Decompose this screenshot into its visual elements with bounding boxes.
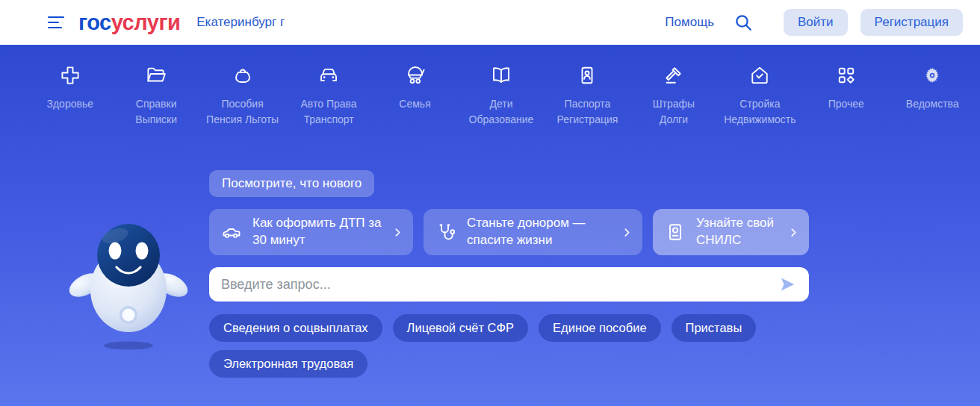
stroller-icon [404, 64, 427, 87]
gavel-icon [663, 64, 685, 87]
nav-item-label: Пособия Пенсия Льготы [206, 96, 279, 128]
nav-item[interactable]: Ведомства [890, 64, 976, 128]
hero-section: Здоровье Справки Выписки Пособия Пенсия … [0, 45, 980, 406]
hamburger-icon [48, 27, 62, 29]
nav-item[interactable]: Паспорта Регистрация [545, 64, 630, 128]
nav-item[interactable]: Дети Образование [458, 64, 544, 128]
robot-mascot[interactable] [67, 206, 190, 352]
quick-links: Сведения о соцвыплатах Лицевой счёт СФР … [209, 314, 809, 378]
nav-item[interactable]: Пособия Пенсия Льготы [199, 64, 285, 128]
health-cross-icon [59, 64, 81, 87]
chevron-right-icon [392, 227, 403, 238]
house-check-icon [748, 64, 771, 87]
category-nav: Здоровье Справки Выписки Пособия Пенсия … [0, 45, 980, 128]
folder-icon [145, 64, 167, 87]
search-input[interactable] [221, 277, 778, 293]
send-arrow-icon [778, 275, 797, 294]
hamburger-icon [48, 16, 64, 19]
hero-content: Посмотрите, что нового Как оформить ДТП … [209, 170, 809, 378]
snils-card-icon [664, 221, 686, 243]
quick-link-chip[interactable]: Электронная трудовая [209, 350, 368, 378]
nav-item-label: Дети Образование [469, 96, 534, 128]
gosuslugi-home-page: госуслуги Екатеринбург г Помощь Войти Ре… [0, 0, 980, 406]
location-selector[interactable]: Екатеринбург г [196, 15, 285, 30]
hamburger-icon [48, 22, 59, 24]
promo-card[interactable]: Станьте донором — спасите жизни [424, 209, 642, 255]
quick-link-chip[interactable]: Приставы [672, 314, 757, 342]
nav-item[interactable]: Семья [372, 64, 458, 128]
nav-item-label: Паспорта Регистрация [557, 96, 618, 128]
register-button[interactable]: Регистрация [860, 9, 963, 36]
promo-cards: Как оформить ДТП за 30 минут Станьте дон… [209, 209, 809, 255]
nav-item[interactable]: Здоровье [27, 64, 113, 128]
quick-link-chip[interactable]: Единое пособие [539, 314, 660, 342]
nav-item-label: Штрафы Долги [653, 96, 695, 128]
query-search [209, 267, 809, 302]
quick-link-chip[interactable]: Лицевой счёт СФР [393, 314, 529, 342]
nav-item-label: Авто Права Транспорт [301, 96, 357, 128]
nav-item[interactable]: Штрафы Долги [630, 64, 716, 128]
promo-card[interactable]: Как оформить ДТП за 30 минут [209, 209, 413, 255]
chevron-right-icon [788, 227, 799, 238]
promo-card-label: Как оформить ДТП за 30 минут [252, 215, 382, 249]
car-side-icon [220, 221, 243, 243]
nav-item[interactable]: Прочее [803, 64, 889, 128]
nav-item-label: Семья [399, 96, 430, 112]
eagle-icon [921, 64, 943, 87]
logo[interactable]: госуслуги [78, 10, 180, 35]
whats-new-badge: Посмотрите, что нового [209, 170, 374, 197]
passport-icon [576, 64, 598, 87]
promo-card[interactable]: Узнайте свой СНИЛС [653, 209, 809, 255]
logo-text-red: услуги [111, 10, 181, 34]
nav-item[interactable]: Авто Права Транспорт [285, 64, 371, 128]
header-actions: Помощь Войти Регистрация [665, 9, 963, 36]
nav-item-label: Справки Выписки [135, 96, 177, 128]
logo-text-blue: гос [78, 10, 111, 34]
login-button[interactable]: Войти [784, 9, 848, 36]
nav-item-label: Ведомства [906, 96, 959, 112]
menu-button[interactable] [48, 15, 66, 30]
purse-icon [232, 64, 254, 87]
search-icon [734, 13, 753, 32]
nav-item[interactable]: Стройка Недвижимость [717, 64, 803, 128]
car-front-icon [317, 64, 340, 87]
chevron-right-icon [621, 227, 633, 238]
top-header: госуслуги Екатеринбург г Помощь Войти Ре… [0, 0, 980, 45]
nav-item-label: Здоровье [46, 96, 93, 112]
promo-card-label: Станьте донором — спасите жизни [467, 215, 612, 249]
grid-icon [835, 64, 858, 87]
help-link[interactable]: Помощь [665, 15, 714, 30]
search-submit-button[interactable] [778, 274, 798, 295]
nav-item-label: Стройка Недвижимость [724, 96, 796, 128]
quick-link-chip[interactable]: Сведения о соцвыплатах [209, 314, 382, 342]
stethoscope-icon [435, 221, 457, 243]
search-button[interactable] [734, 12, 754, 33]
nav-item-label: Прочее [828, 96, 864, 112]
book-icon [490, 64, 512, 87]
promo-card-label: Узнайте свой СНИЛС [696, 215, 778, 249]
nav-item[interactable]: Справки Выписки [113, 64, 199, 128]
